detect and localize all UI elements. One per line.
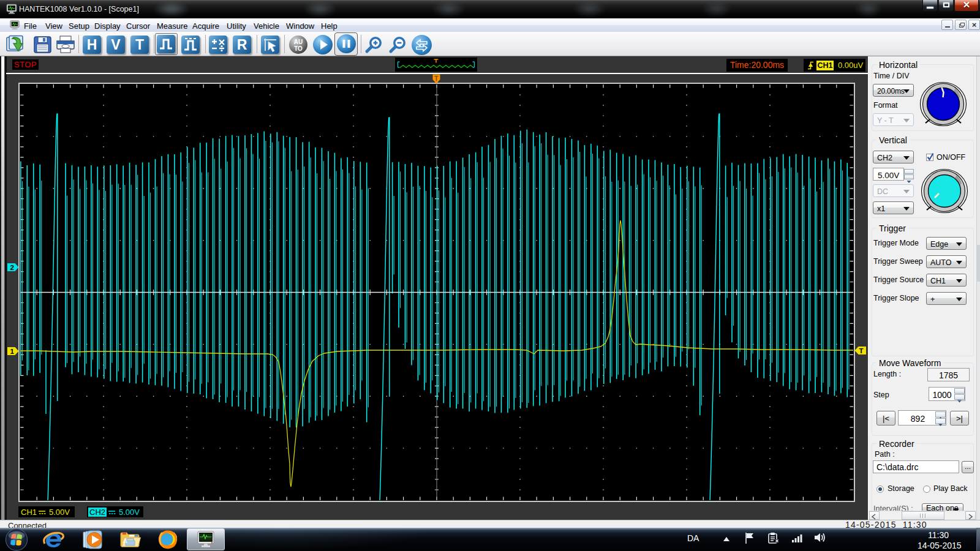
- svg-text:2: 2: [10, 264, 14, 271]
- svg-text:T: T: [859, 347, 864, 354]
- svg-text:1: 1: [10, 348, 15, 355]
